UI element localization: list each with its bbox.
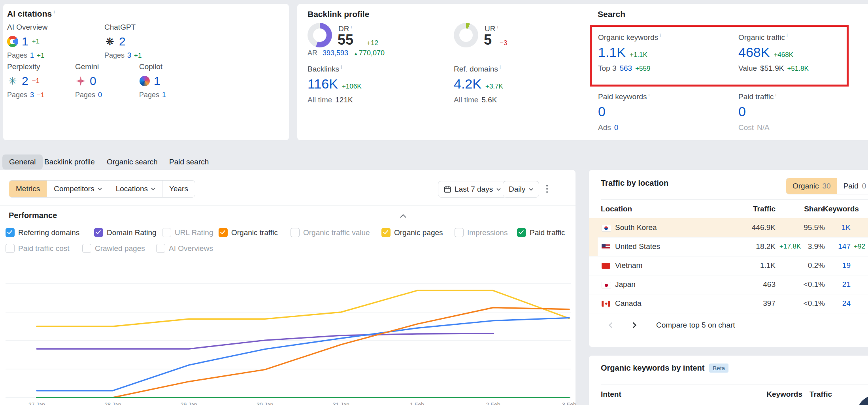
- granularity-button[interactable]: Daily: [503, 181, 539, 198]
- metric-organic-traffic-value[interactable]: Organic traffic value: [291, 228, 370, 237]
- info-icon[interactable]: [351, 24, 352, 30]
- x-tick-label: 2 Feb: [477, 401, 509, 405]
- pages-count[interactable]: 3: [30, 91, 34, 99]
- organic-paid-toggle: Organic30 Paid0: [786, 178, 868, 194]
- tab-paid-search[interactable]: Paid search: [169, 154, 209, 170]
- south-korea-flag-icon: [602, 225, 611, 232]
- column-intent: Intent: [601, 389, 621, 400]
- ai-source-label: Perplexity: [7, 62, 44, 71]
- keywords-link[interactable]: 21: [823, 275, 851, 294]
- ar-value[interactable]: 393,593: [323, 49, 348, 57]
- keywords-link[interactable]: 1K: [823, 218, 851, 237]
- location-table-header: Location Traffic Share Keywords: [589, 200, 868, 219]
- metric-referring-domains[interactable]: Referring domains: [6, 228, 79, 237]
- metric-paid-traffic-cost[interactable]: Paid traffic cost: [6, 244, 70, 253]
- metric-label: Crawled pages: [95, 244, 145, 253]
- keywords-link[interactable]: 24: [823, 294, 851, 313]
- checkbox-referring-domains[interactable]: [6, 228, 15, 237]
- info-icon[interactable]: [497, 24, 498, 30]
- cost-value: N/A: [757, 123, 770, 132]
- metric-crawled-pages[interactable]: Crawled pages: [82, 244, 145, 253]
- compare-top5-link[interactable]: Compare top 5 on chart: [656, 321, 735, 330]
- column-keywords: Keywords: [763, 389, 802, 400]
- next-page-button[interactable]: [628, 319, 640, 331]
- citation-count[interactable]: 2: [119, 35, 126, 48]
- keywords-delta: +92: [854, 237, 865, 256]
- filter-competitors[interactable]: Competitors: [47, 181, 108, 197]
- x-tick-label: 27 Jan: [21, 401, 53, 405]
- toggle-paid[interactable]: Paid0: [837, 178, 868, 194]
- prev-page-button[interactable]: [605, 319, 617, 331]
- metric-domain-rating[interactable]: Domain Rating: [94, 228, 157, 237]
- checkbox-ai-overviews[interactable]: [156, 244, 165, 253]
- checkbox-organic-pages[interactable]: [381, 228, 391, 237]
- canada-flag-icon: [602, 301, 610, 307]
- ai-citations-title-text: AI citations: [7, 9, 52, 18]
- metric-url-rating[interactable]: URL Rating: [162, 228, 213, 237]
- checkbox-domain-rating[interactable]: [94, 228, 103, 237]
- ref-domains-label: Ref. domains: [454, 65, 498, 73]
- ur-donut-chart: [454, 23, 478, 47]
- citation-count[interactable]: 1: [154, 74, 160, 88]
- pages-count[interactable]: 1: [162, 91, 166, 99]
- metric-impressions[interactable]: Impressions: [455, 228, 508, 237]
- info-icon[interactable]: [500, 64, 501, 70]
- divider: [0, 205, 576, 206]
- tab-organic-search[interactable]: Organic search: [107, 154, 158, 170]
- backlinks-value[interactable]: 116K: [308, 76, 338, 92]
- metric-label: Paid traffic: [530, 228, 565, 237]
- dr-donut-chart: [308, 23, 332, 47]
- checkbox-paid-traffic[interactable]: [517, 228, 526, 237]
- table-row-vietnam[interactable]: Vietnam 1.1K 0.2% 19: [589, 256, 868, 275]
- chatgpt-icon: [104, 36, 115, 47]
- pages-count[interactable]: 3: [127, 51, 131, 60]
- citation-count[interactable]: 2: [22, 74, 28, 88]
- tab-backlink-profile[interactable]: Backlink profile: [44, 154, 95, 170]
- metric-paid-traffic[interactable]: Paid traffic: [517, 228, 565, 237]
- pages-count[interactable]: 1: [30, 51, 34, 60]
- checkbox-paid-traffic-cost[interactable]: [6, 244, 15, 253]
- keywords-link[interactable]: 147: [823, 237, 851, 256]
- citation-count[interactable]: 0: [90, 74, 96, 88]
- ads-value[interactable]: 0: [614, 123, 619, 132]
- filter-metrics[interactable]: Metrics: [9, 181, 47, 197]
- keywords-by-intent-title: Organic keywords by intent: [601, 364, 704, 373]
- citation-count[interactable]: 1: [22, 35, 28, 48]
- pages-label: Pages: [7, 51, 27, 60]
- checkbox-crawled-pages[interactable]: [82, 244, 91, 253]
- checkbox-organic-traffic-value[interactable]: [291, 228, 300, 237]
- table-row-united-states[interactable]: United States 18.2K +17.8K 3.9% 147 +92: [589, 237, 868, 256]
- tab-general[interactable]: General: [2, 154, 43, 170]
- filter-years-label: Years: [169, 185, 188, 193]
- keywords-link[interactable]: 19: [823, 256, 851, 275]
- table-row-canada[interactable]: Canada 397 <0.1% 24: [589, 294, 868, 313]
- metric-organic-pages[interactable]: Organic pages: [381, 228, 443, 237]
- cost-label: Cost: [738, 123, 754, 132]
- toggle-organic[interactable]: Organic30: [786, 178, 837, 194]
- collapse-section-button[interactable]: [400, 213, 406, 220]
- checkbox-organic-traffic[interactable]: [219, 228, 228, 237]
- metric-organic-traffic[interactable]: Organic traffic: [219, 228, 278, 237]
- info-icon[interactable]: [775, 92, 776, 98]
- search-title-text: Search: [598, 9, 625, 19]
- paid-traffic-value[interactable]: 0: [738, 104, 746, 119]
- ref-domains-value[interactable]: 4.2K: [454, 76, 481, 92]
- info-icon[interactable]: [53, 9, 55, 15]
- location-name: Canada: [615, 294, 642, 313]
- info-icon[interactable]: [649, 92, 650, 98]
- info-icon[interactable]: [341, 64, 342, 70]
- kebab-menu-button[interactable]: [540, 181, 554, 197]
- checkbox-url-rating[interactable]: [162, 228, 171, 237]
- date-range-button[interactable]: Last 7 days: [438, 181, 507, 198]
- paid-keywords-value[interactable]: 0: [598, 104, 606, 119]
- traffic-by-location-title: Traffic by location: [601, 179, 668, 188]
- filter-years[interactable]: Years: [162, 181, 195, 197]
- table-row-japan[interactable]: Japan 463 <0.1% 21: [589, 275, 868, 294]
- ai-citation-gemini: Gemini 0 Pages0: [75, 62, 102, 99]
- table-row-south-korea[interactable]: South Korea 446.9K 95.5% 1K: [589, 218, 868, 237]
- pages-count[interactable]: 0: [98, 91, 102, 99]
- filter-locations[interactable]: Locations: [109, 181, 162, 197]
- pages-label: Pages: [75, 91, 95, 99]
- checkbox-impressions[interactable]: [455, 228, 464, 237]
- metric-ai-overviews[interactable]: AI Overviews: [156, 244, 213, 253]
